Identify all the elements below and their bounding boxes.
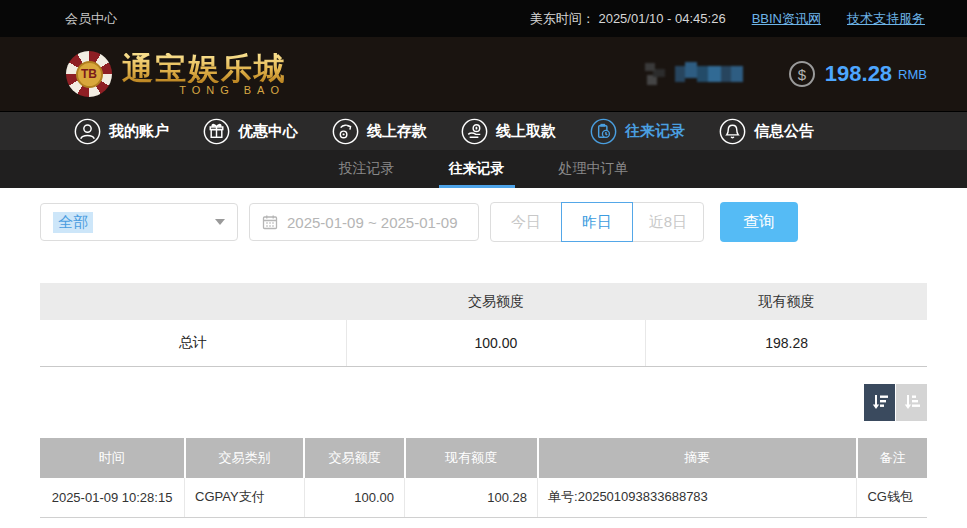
gift-icon — [203, 118, 230, 145]
user-icon — [74, 118, 101, 145]
cell-balance: 100.28 — [405, 478, 538, 518]
summary-total-label: 总计 — [40, 320, 346, 366]
tab-label: 投注记录 — [339, 160, 395, 178]
tab-label: 往来记录 — [449, 160, 505, 178]
poker-chip-icon: TB — [66, 51, 112, 97]
col-header-balance: 现有额度 — [405, 438, 538, 478]
nav-label: 优惠中心 — [238, 122, 298, 141]
tab-pending-orders[interactable]: 处理中订单 — [555, 150, 633, 188]
records-icon — [590, 118, 617, 145]
sort-ascending-icon — [902, 392, 922, 412]
quick-range-group: 今日 昨日 近8日 — [490, 202, 704, 242]
summary-total-balance: 198.28 — [646, 320, 927, 366]
main-content: 全部 2025-01-09 ~ 2025-01-09 今日 昨日 近8日 查询 … — [0, 188, 967, 518]
nav-item-promotions[interactable]: 优惠中心 — [203, 118, 298, 145]
table-row: 2025-01-09 10:28:15 CGPAY支付 100.00 100.2… — [40, 478, 927, 518]
chip-monogram: TB — [76, 61, 103, 88]
col-header-type: 交易类别 — [185, 438, 305, 478]
cell-type: CGPAY支付 — [185, 478, 305, 518]
nav-label: 信息公告 — [754, 122, 814, 141]
logo-title: 通宝娱乐城 — [122, 53, 287, 83]
balance-amount: 198.28 — [825, 61, 892, 87]
quick-btn-today[interactable]: 今日 — [490, 202, 562, 242]
sort-row — [40, 384, 927, 421]
filter-row: 全部 2025-01-09 ~ 2025-01-09 今日 昨日 近8日 查询 — [40, 202, 927, 242]
nav-label: 我的账户 — [109, 122, 169, 141]
bbin-news-link[interactable]: BBIN资讯网 — [752, 10, 821, 28]
cell-summary: 单号:202501093833688783 — [538, 478, 857, 518]
dollar-coin-icon: $ — [789, 61, 815, 87]
cell-remark: CG钱包 — [857, 478, 927, 518]
summary-total-transaction: 100.00 — [346, 320, 646, 366]
sort-descending-icon — [870, 392, 890, 412]
topbar-right: 美东时间： 2025/01/10 - 04:45:26 BBIN资讯网 技术支持… — [530, 10, 925, 28]
search-button[interactable]: 查询 — [720, 202, 798, 242]
date-range-value: 2025-01-09 ~ 2025-01-09 — [287, 214, 458, 231]
summary-header-row: 交易额度 现有额度 — [40, 283, 927, 320]
member-center-link[interactable]: 会员中心 — [65, 10, 117, 28]
summary-total-row: 总计 100.00 198.28 — [40, 320, 927, 366]
nav-label: 线上存款 — [367, 122, 427, 141]
calendar-icon — [262, 214, 278, 230]
type-select[interactable]: 全部 — [40, 203, 238, 241]
chevron-down-icon — [215, 219, 225, 225]
nav-label: 线上取款 — [496, 122, 556, 141]
sort-ascending-button[interactable] — [896, 384, 927, 421]
cell-amount: 100.00 — [304, 478, 404, 518]
nav-item-deposit[interactable]: 线上存款 — [332, 118, 427, 145]
summary-header-transaction-amount: 交易额度 — [346, 283, 646, 320]
tech-support-link[interactable]: 技术支持服务 — [847, 10, 925, 28]
cell-time: 2025-01-09 10:28:15 — [40, 478, 185, 518]
eastern-time-label: 美东时间： 2025/01/10 - 04:45:26 — [530, 10, 726, 28]
withdraw-icon — [461, 118, 488, 145]
logo-text: 通宝娱乐城 TONG BAO — [122, 53, 287, 96]
bell-icon — [719, 118, 746, 145]
date-range-input[interactable]: 2025-01-09 ~ 2025-01-09 — [249, 203, 479, 241]
col-header-remark: 备注 — [857, 438, 927, 478]
summary-header-empty — [40, 283, 346, 320]
logo-subtitle: TONG BAO — [122, 84, 287, 96]
site-logo[interactable]: TB 通宝娱乐城 TONG BAO — [66, 51, 287, 97]
sort-descending-button[interactable] — [864, 384, 895, 421]
type-select-value: 全部 — [53, 212, 93, 233]
nav-label: 往来记录 — [625, 122, 685, 141]
col-header-time: 时间 — [40, 438, 185, 478]
username-redacted — [675, 66, 743, 82]
nav-item-my-account[interactable]: 我的账户 — [74, 118, 169, 145]
site-header: TB 通宝娱乐城 TONG BAO $ 198.28 RMB — [0, 37, 967, 111]
tab-bet-records[interactable]: 投注记录 — [335, 150, 399, 188]
nav-item-announcements[interactable]: 信息公告 — [719, 118, 814, 145]
subnav: 投注记录 往来记录 处理中订单 — [0, 150, 967, 188]
col-header-summary: 摘要 — [538, 438, 857, 478]
summary-table: 交易额度 现有额度 总计 100.00 198.28 — [40, 283, 927, 367]
records-header-row: 时间 交易类别 交易额度 现有额度 摘要 备注 — [40, 438, 927, 478]
balance-currency: RMB — [898, 67, 927, 82]
tab-transaction-records[interactable]: 往来记录 — [445, 150, 509, 188]
avatar — [645, 63, 665, 85]
main-nav: 我的账户 优惠中心 线上存款 线上取款 往来记录 — [0, 111, 967, 150]
topbar: 会员中心 美东时间： 2025/01/10 - 04:45:26 BBIN资讯网… — [0, 0, 967, 37]
nav-item-transactions[interactable]: 往来记录 — [590, 118, 685, 145]
quick-btn-last8days[interactable]: 近8日 — [632, 202, 704, 242]
quick-btn-yesterday[interactable]: 昨日 — [561, 202, 633, 242]
deposit-icon — [332, 118, 359, 145]
tab-label: 处理中订单 — [559, 160, 629, 178]
nav-item-withdraw[interactable]: 线上取款 — [461, 118, 556, 145]
summary-header-current-balance: 现有额度 — [646, 283, 927, 320]
records-table: 时间 交易类别 交易额度 现有额度 摘要 备注 2025-01-09 10:28… — [40, 438, 927, 519]
col-header-amount: 交易额度 — [304, 438, 404, 478]
user-area: $ 198.28 RMB — [645, 61, 927, 87]
